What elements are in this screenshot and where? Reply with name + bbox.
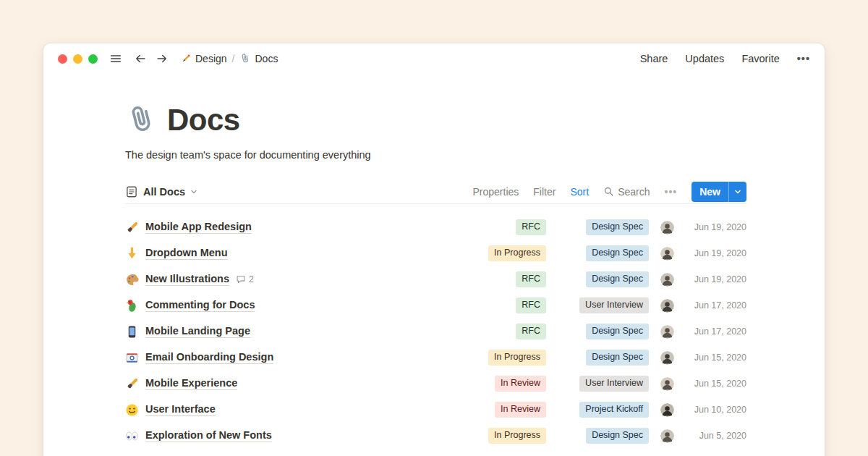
view-switcher-label: All Docs bbox=[143, 186, 185, 198]
filter-button[interactable]: Filter bbox=[533, 186, 556, 198]
smiley-icon bbox=[125, 403, 139, 417]
date-cell[interactable]: Jun 15, 2020 bbox=[683, 352, 746, 363]
docs-list-icon bbox=[125, 185, 138, 198]
page-description[interactable]: The design team's space for documenting … bbox=[125, 149, 746, 161]
avatar bbox=[660, 247, 674, 261]
avatar bbox=[660, 273, 674, 287]
forward-arrow-icon[interactable] bbox=[156, 52, 169, 65]
breadcrumb: Design / Docs bbox=[180, 53, 278, 64]
tag-badge[interactable]: Design Spec bbox=[586, 350, 649, 366]
table-row[interactable]: Mobile Landing Page RFC Design Spec Jun … bbox=[125, 318, 746, 345]
date-cell[interactable]: Jun 15, 2020 bbox=[683, 379, 746, 389]
status-badge[interactable]: In Review bbox=[495, 402, 546, 418]
doc-title-link[interactable]: Email Onboarding Design bbox=[145, 351, 273, 364]
new-button-group: New bbox=[692, 182, 746, 202]
comment-count[interactable]: 2 bbox=[236, 274, 254, 284]
status-badge[interactable]: In Review bbox=[495, 376, 546, 392]
table-row[interactable]: Commenting for Docs RFC User Interview J… bbox=[125, 292, 746, 318]
docs-table: Mobile App Redesign RFC Design Spec Jun … bbox=[125, 214, 746, 449]
avatar bbox=[660, 403, 674, 417]
mobile-phone-icon bbox=[125, 325, 139, 339]
avatar bbox=[660, 221, 674, 235]
tag-badge[interactable]: Design Spec bbox=[586, 219, 649, 235]
tag-badge[interactable]: Design Spec bbox=[586, 428, 649, 444]
properties-button[interactable]: Properties bbox=[473, 186, 519, 198]
date-cell[interactable]: Jun 19, 2020 bbox=[683, 222, 746, 232]
doc-title-link[interactable]: Mobile Landing Page bbox=[145, 325, 250, 338]
tag-badge[interactable]: User Interview bbox=[579, 376, 649, 392]
doc-title-link[interactable]: Dropdown Menu bbox=[145, 247, 228, 260]
status-badge[interactable]: RFC bbox=[516, 324, 546, 339]
doc-title-link[interactable]: Exploration of New Fonts bbox=[145, 429, 272, 442]
tag-badge[interactable]: Design Spec bbox=[586, 324, 649, 339]
table-row[interactable]: Mobile App Redesign RFC Design Spec Jun … bbox=[125, 214, 746, 240]
traffic-lights bbox=[58, 54, 98, 64]
table-row[interactable]: Exploration of New Fonts In Progress Des… bbox=[125, 423, 746, 449]
parrot-icon bbox=[125, 299, 139, 313]
table-row[interactable]: Email Onboarding Design In Progress Desi… bbox=[125, 345, 746, 371]
avatar bbox=[660, 299, 674, 313]
status-badge[interactable]: RFC bbox=[516, 271, 546, 287]
search-icon bbox=[603, 186, 614, 197]
favorite-button[interactable]: Favorite bbox=[741, 53, 779, 64]
comment-count-value: 2 bbox=[249, 274, 254, 284]
tag-badge[interactable]: Design Spec bbox=[586, 271, 649, 287]
doc-title-link[interactable]: User Interface bbox=[145, 403, 216, 416]
titlebar: Design / Docs Share Updates Favorite ••• bbox=[43, 43, 825, 74]
tag-badge[interactable]: User Interview bbox=[579, 297, 649, 313]
avatar bbox=[660, 377, 674, 391]
updates-button[interactable]: Updates bbox=[685, 53, 724, 64]
toolbar-more-icon[interactable]: ••• bbox=[664, 186, 677, 198]
paintbrush-icon bbox=[125, 377, 139, 391]
new-dropdown-button[interactable] bbox=[729, 182, 746, 202]
back-arrow-icon[interactable] bbox=[134, 52, 147, 65]
breadcrumb-label: Design bbox=[195, 53, 227, 64]
search-label: Search bbox=[618, 186, 650, 198]
sort-button[interactable]: Sort bbox=[570, 186, 589, 198]
notion-window: Design / Docs Share Updates Favorite •••… bbox=[43, 43, 825, 456]
status-badge[interactable]: RFC bbox=[516, 219, 546, 235]
view-switcher[interactable]: All Docs bbox=[125, 185, 197, 198]
minimize-button[interactable] bbox=[73, 54, 82, 64]
doc-title-link[interactable]: Commenting for Docs bbox=[145, 299, 255, 312]
status-badge[interactable]: In Progress bbox=[488, 350, 546, 366]
avatar bbox=[660, 325, 674, 339]
breadcrumb-item-docs[interactable]: Docs bbox=[239, 53, 278, 64]
date-cell[interactable]: Jun 17, 2020 bbox=[683, 326, 746, 337]
share-button[interactable]: Share bbox=[640, 53, 668, 64]
date-cell[interactable]: Jun 10, 2020 bbox=[683, 405, 746, 415]
view-toolbar: All Docs Properties Filter Sort Search •… bbox=[125, 184, 746, 204]
table-row[interactable]: New Illustrations 2 RFC Design Spec Jun … bbox=[125, 266, 746, 292]
date-cell[interactable]: Jun 19, 2020 bbox=[683, 274, 746, 284]
pencil-icon bbox=[180, 53, 192, 64]
doc-title-link[interactable]: New Illustrations bbox=[145, 273, 229, 286]
breadcrumb-separator: / bbox=[232, 53, 235, 64]
chevron-down-icon bbox=[190, 188, 197, 195]
status-badge[interactable]: RFC bbox=[516, 297, 546, 313]
new-button[interactable]: New bbox=[692, 182, 728, 202]
breadcrumb-item-design[interactable]: Design bbox=[180, 53, 227, 64]
status-badge[interactable]: In Progress bbox=[488, 245, 546, 261]
tag-badge[interactable]: Design Spec bbox=[586, 245, 649, 261]
zoom-button[interactable] bbox=[88, 54, 98, 64]
page-title[interactable]: Docs bbox=[125, 103, 746, 138]
doc-title-link[interactable]: Mobile App Redesign bbox=[145, 221, 252, 234]
table-row[interactable]: Dropdown Menu In Progress Design Spec Ju… bbox=[125, 240, 746, 266]
date-cell[interactable]: Jun 19, 2020 bbox=[683, 248, 746, 258]
table-row[interactable]: User Interface In Review Project Kickoff… bbox=[125, 397, 746, 423]
sidebar-menu-icon[interactable] bbox=[109, 52, 122, 65]
breadcrumb-label: Docs bbox=[255, 53, 278, 64]
more-options-icon[interactable]: ••• bbox=[797, 53, 810, 64]
palette-icon bbox=[125, 273, 139, 287]
paintbrush-icon bbox=[125, 221, 139, 235]
table-row[interactable]: Mobile Experience In Review User Intervi… bbox=[125, 371, 746, 397]
status-badge[interactable]: In Progress bbox=[488, 428, 546, 444]
search-button[interactable]: Search bbox=[603, 186, 650, 198]
date-cell[interactable]: Jun 5, 2020 bbox=[683, 431, 746, 441]
date-cell[interactable]: Jun 17, 2020 bbox=[683, 300, 746, 311]
email-icon bbox=[125, 351, 139, 365]
dropdown-arrow-icon bbox=[125, 247, 139, 261]
tag-badge[interactable]: Project Kickoff bbox=[579, 402, 649, 418]
close-button[interactable] bbox=[58, 54, 67, 64]
doc-title-link[interactable]: Mobile Experience bbox=[145, 377, 237, 390]
